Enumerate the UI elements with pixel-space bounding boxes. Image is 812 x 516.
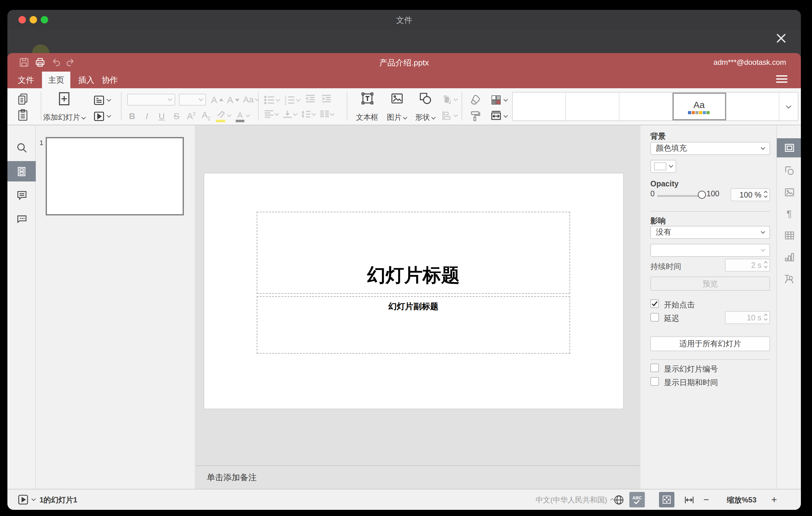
font-name-select[interactable] <box>127 94 175 106</box>
title-placeholder[interactable]: 幻灯片标题 <box>257 212 570 294</box>
paragraph-settings-icon[interactable]: ¶ <box>777 204 801 224</box>
decrease-indent-button[interactable] <box>305 94 316 106</box>
increase-indent-button[interactable] <box>321 94 332 106</box>
close-icon[interactable] <box>775 32 787 45</box>
slide-settings-panel: 背景 颜色填充 Opacity 0 100 100 % 影响 <box>640 125 776 489</box>
font-style-group: B I U S A2 A2 A <box>127 109 249 122</box>
slide-thumbnail[interactable] <box>46 137 184 216</box>
theme-option[interactable] <box>566 93 619 120</box>
shape-settings-icon[interactable] <box>777 161 801 180</box>
document-language-icon[interactable] <box>613 494 625 506</box>
numbered-list-button[interactable]: 123 <box>285 95 300 105</box>
insert-shape-button[interactable]: 形状 <box>411 91 439 123</box>
bullet-list-button[interactable] <box>264 95 280 105</box>
clear-style-button[interactable] <box>469 94 481 106</box>
right-icon-strip: ¶ <box>776 125 801 489</box>
tab-file[interactable]: 文件 <box>12 71 39 88</box>
opacity-spinner[interactable]: 100 % <box>730 188 770 201</box>
start-on-click-label: 开始点击 <box>664 300 695 311</box>
tab-insert[interactable]: 插入 <box>73 71 100 88</box>
delay-checkbox[interactable] <box>650 313 659 322</box>
line-spacing-button[interactable] <box>301 110 315 118</box>
start-slideshow-button[interactable] <box>92 110 111 123</box>
show-slide-number-label: 显示幻灯片编号 <box>664 364 718 375</box>
vertical-align-button[interactable] <box>283 110 297 118</box>
search-icon[interactable] <box>7 138 36 158</box>
language-selector[interactable]: 中文(中华人民共和国) <box>535 489 614 510</box>
color-scheme-button[interactable] <box>490 94 507 106</box>
spellcheck-icon: ABC <box>633 495 642 504</box>
opacity-slider[interactable] <box>657 195 701 197</box>
start-on-click-checkbox[interactable] <box>650 299 659 308</box>
spellcheck-toggle[interactable]: ABC <box>629 492 645 507</box>
font-color-button[interactable]: A <box>236 109 249 122</box>
opacity-slider-handle[interactable] <box>698 191 706 199</box>
columns-button[interactable] <box>320 110 334 118</box>
strikethrough-button[interactable]: S <box>172 111 181 121</box>
italic-button[interactable]: I <box>142 111 152 121</box>
duration-spinner[interactable]: 2 s <box>725 259 770 271</box>
horizontal-align-button[interactable] <box>264 110 278 118</box>
slides-panel-icon[interactable] <box>7 161 36 181</box>
change-case-button[interactable]: Aa <box>243 94 259 104</box>
start-slideshow-status-button[interactable] <box>17 494 35 506</box>
menu-icon[interactable] <box>776 75 787 84</box>
show-slide-number-checkbox[interactable] <box>650 364 659 372</box>
increase-font-icon[interactable]: A <box>211 94 223 105</box>
slide-layout-button[interactable] <box>92 94 111 107</box>
add-slide-button[interactable]: 添加幻灯片 <box>45 91 84 123</box>
background-label: 背景 <box>650 132 666 142</box>
opacity-max-label: 100 <box>706 190 720 198</box>
subscript-button[interactable]: A2 <box>201 110 211 122</box>
effect-type-select[interactable] <box>650 244 770 257</box>
zoom-in-button[interactable]: + <box>771 489 777 510</box>
insert-image-button[interactable]: 图片 <box>382 91 411 123</box>
bold-button[interactable]: B <box>127 111 137 121</box>
slide-size-button[interactable] <box>490 110 507 122</box>
list-group: 123 <box>264 94 332 106</box>
delay-spinner[interactable]: 10 s <box>725 311 770 324</box>
theme-option[interactable] <box>726 93 779 120</box>
comments-icon[interactable] <box>7 185 36 205</box>
theme-option[interactable] <box>619 93 673 120</box>
effect-select[interactable]: 没有 <box>650 226 770 239</box>
chat-icon[interactable] <box>7 209 36 229</box>
show-date-time-checkbox[interactable] <box>650 377 659 386</box>
fit-width-button[interactable] <box>684 494 695 506</box>
theme-option-selected[interactable]: Aa <box>672 93 726 120</box>
tab-home[interactable]: 主页 <box>42 71 70 88</box>
copy-style-button[interactable] <box>469 110 481 122</box>
document-title: 产品介绍.pptx <box>7 57 801 68</box>
decrease-font-icon[interactable]: A <box>227 94 239 105</box>
chart-settings-icon[interactable] <box>777 248 801 267</box>
slide-settings-icon[interactable] <box>777 138 801 157</box>
zoom-out-button[interactable]: − <box>703 489 709 510</box>
background-fill-select[interactable]: 颜色填充 <box>650 142 770 155</box>
copy-button[interactable] <box>16 92 30 106</box>
image-settings-icon[interactable] <box>777 183 801 202</box>
insert-textbox-button[interactable]: 文本框 <box>353 91 381 123</box>
textart-settings-icon[interactable] <box>777 269 801 288</box>
slide-number: 1 <box>39 139 43 146</box>
preview-button[interactable]: 预览 <box>650 277 770 291</box>
align-shape-button[interactable] <box>440 110 457 122</box>
superscript-button[interactable]: A2 <box>186 111 196 121</box>
slide-canvas[interactable]: 幻灯片标题 幻灯片副标题 <box>196 125 640 465</box>
slide[interactable]: 幻灯片标题 幻灯片副标题 <box>204 173 623 409</box>
editor-column: 幻灯片标题 幻灯片副标题 单击添加备注 <box>196 125 640 489</box>
arrange-shape-button[interactable] <box>440 94 457 106</box>
fit-slide-toggle[interactable] <box>659 492 674 507</box>
theme-option[interactable] <box>513 93 566 120</box>
underline-button[interactable]: U <box>157 111 167 121</box>
paste-button[interactable] <box>16 108 30 122</box>
highlight-color-button[interactable] <box>216 110 231 122</box>
table-settings-icon[interactable] <box>777 226 801 245</box>
apply-to-all-slides-button[interactable]: 适用于所有幻灯片 <box>650 336 770 351</box>
fill-color-picker[interactable] <box>650 160 676 173</box>
window-title: 文件 <box>7 10 801 30</box>
theme-gallery-expand-icon[interactable] <box>779 93 798 120</box>
subtitle-placeholder[interactable]: 幻灯片副标题 <box>257 296 570 354</box>
notes-area[interactable]: 单击添加备注 <box>196 465 640 489</box>
font-size-select[interactable] <box>179 94 206 106</box>
tab-collaboration[interactable]: 协作 <box>96 71 123 88</box>
